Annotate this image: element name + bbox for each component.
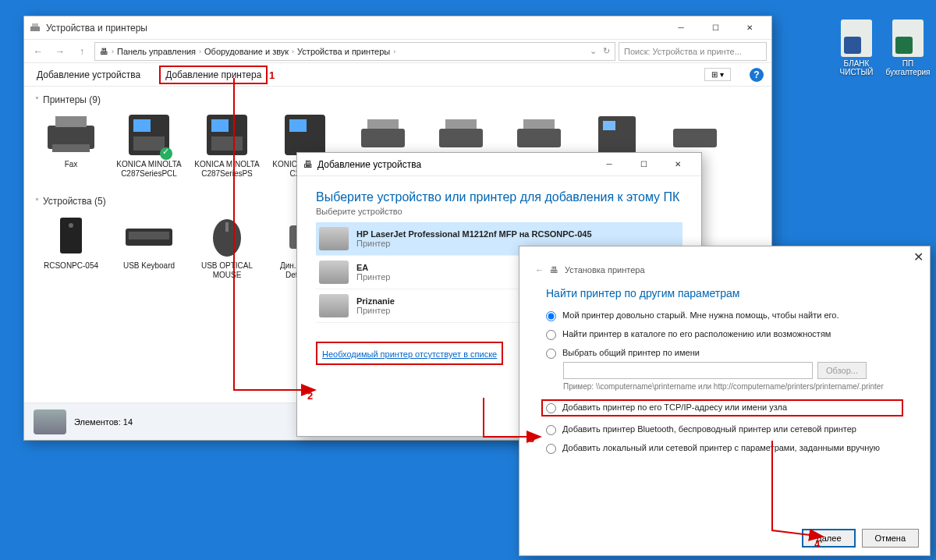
add-printer-button[interactable]: Добавление принтера [159, 66, 268, 84]
minimize-button[interactable]: ─ [592, 154, 626, 175]
printer-item[interactable]: KONICA MINOLTA C287SeriesPS [191, 110, 263, 186]
close-button[interactable]: ✕ [913, 250, 924, 264]
missing-printer-link-box: Необходимый принтер отсутствует в списке [316, 342, 503, 365]
dialog-heading: Выберите устройство или принтер для доба… [316, 190, 682, 204]
up-button[interactable]: ↑ [73, 42, 91, 61]
search-input[interactable]: Поиск: Устройства и принте... [619, 42, 767, 61]
svg-rect-9 [211, 119, 229, 132]
excel-icon [892, 19, 924, 57]
dialog-title: Добавление устройства [317, 159, 421, 170]
svg-rect-12 [289, 119, 307, 132]
printer-icon [319, 294, 349, 317]
printer-icon: 🖶 [100, 47, 108, 56]
breadcrumb[interactable]: 🖶 › Панель управления › Оборудование и з… [94, 42, 615, 61]
toolbar: Добавление устройства Добавление принтер… [24, 63, 771, 87]
annotation-4: 4 [814, 538, 820, 550]
dialog-subheading: Выберите устройство [316, 207, 682, 216]
annotation-3: 3 [529, 433, 534, 445]
option-old-printer[interactable]: Мой принтер довольно старый. Мне нужна п… [546, 310, 903, 321]
address-bar: ← → ↑ 🖶 › Панель управления › Оборудован… [24, 40, 771, 63]
printer-icon [29, 22, 41, 34]
device-item[interactable]: USB Keyboard [113, 211, 185, 288]
wizard-header: ← 🖶 Установка принтера [519, 246, 930, 281]
svg-rect-18 [523, 119, 555, 129]
svg-rect-13 [361, 129, 405, 147]
missing-printer-link[interactable]: Необходимый принтер отсутствует в списке [322, 349, 497, 359]
window-title: Устройства и принтеры [46, 23, 147, 34]
close-button[interactable]: ✕ [661, 154, 695, 175]
svg-point-23 [69, 223, 73, 228]
status-text: Элементов: 14 [74, 417, 133, 427]
desktop-icon-word[interactable]: БЛАНК ЧИСТЫЙ [833, 19, 880, 76]
forward-button[interactable]: → [51, 42, 69, 61]
svg-rect-6 [133, 119, 151, 132]
svg-rect-16 [445, 119, 477, 129]
printer-item[interactable]: Fax [35, 110, 107, 186]
printer-name-input[interactable] [563, 362, 813, 379]
svg-rect-17 [517, 129, 561, 147]
refresh-icon[interactable]: ↻ [603, 46, 610, 56]
printer-icon [319, 261, 349, 284]
svg-rect-14 [367, 119, 399, 129]
svg-rect-22 [60, 218, 82, 253]
close-button[interactable]: ✕ [732, 17, 767, 39]
option-tcpip[interactable]: Добавить принтер по его TCP/IP-адресу ил… [541, 399, 903, 416]
option-bluetooth[interactable]: Добавить принтер Bluetooth, беспроводный… [546, 424, 903, 435]
svg-rect-20 [603, 121, 615, 130]
wizard-options: Мой принтер довольно старый. Мне нужна п… [519, 310, 930, 454]
help-button[interactable]: ? [750, 68, 764, 82]
option-local[interactable]: Добавить локальный или сетевой принтер с… [546, 443, 903, 454]
cancel-button[interactable]: Отмена [862, 529, 919, 548]
desktop-icon-label: ПП бухгалтерия [885, 59, 931, 76]
example-text: Пример: \\computername\printername или h… [563, 381, 903, 392]
svg-rect-27 [225, 222, 229, 232]
svg-rect-25 [129, 232, 169, 239]
check-icon [160, 147, 172, 160]
annotation-1: 1 [269, 69, 275, 81]
svg-rect-15 [439, 129, 483, 147]
dialog-titlebar[interactable]: 🖶 Добавление устройства ─ ☐ ✕ [297, 153, 701, 176]
device-icon: 🖶 [303, 159, 313, 170]
option-directory[interactable]: Найти принтер в каталоге по его располож… [546, 329, 903, 340]
desktop-icon-excel[interactable]: ПП бухгалтерия [885, 19, 931, 76]
desktop-icon-label: БЛАНК ЧИСТЫЙ [833, 59, 880, 76]
printer-install-wizard: ✕ ← 🖶 Установка принтера Найти принтер п… [519, 246, 931, 556]
device-item[interactable]: RCSONPC-054 [35, 211, 107, 288]
svg-rect-3 [55, 116, 87, 127]
annotation-2: 2 [307, 390, 313, 402]
wizard-title: Установка принтера [565, 265, 645, 275]
printer-icon: 🖶 [550, 265, 558, 275]
svg-rect-0 [30, 27, 40, 31]
device-item[interactable]: USB OPTICAL MOUSE [191, 211, 263, 288]
next-button[interactable]: Далее [802, 529, 855, 548]
back-button[interactable]: ← [535, 265, 544, 275]
titlebar[interactable]: Устройства и принтеры ─ ☐ ✕ [24, 16, 771, 40]
svg-rect-7 [133, 136, 165, 151]
browse-button[interactable]: Обзор... [817, 362, 867, 379]
minimize-button[interactable]: ─ [664, 17, 698, 39]
svg-rect-21 [673, 129, 717, 147]
svg-rect-10 [211, 136, 243, 151]
view-button[interactable]: ⊞ ▾ [704, 68, 731, 81]
printer-icon [319, 227, 349, 250]
dropdown-icon[interactable]: ⌄ [590, 46, 597, 56]
maximize-button[interactable]: ☐ [626, 154, 661, 175]
svg-rect-4 [52, 144, 90, 152]
printers-section-header[interactable]: Принтеры (9) [35, 94, 760, 105]
svg-rect-1 [32, 23, 38, 27]
maximize-button[interactable]: ☐ [698, 17, 732, 39]
option-shared-name[interactable]: Выбрать общий принтер по имени Обзор... … [546, 348, 903, 392]
wizard-heading: Найти принтер по другим параметрам [519, 281, 930, 310]
back-button[interactable]: ← [29, 42, 48, 61]
word-icon [841, 19, 872, 57]
add-device-button[interactable]: Добавление устройства [32, 67, 145, 83]
printer-item[interactable]: KONICA MINOLTA C287SeriesPCL [113, 110, 185, 186]
camera-icon [34, 409, 66, 434]
